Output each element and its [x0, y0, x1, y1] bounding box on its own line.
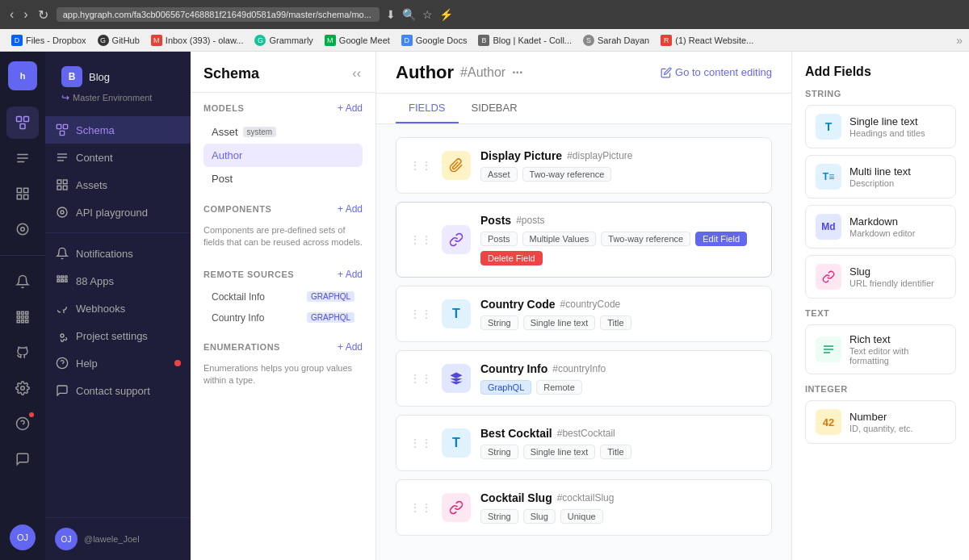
bookmark-react-website[interactable]: R (1) React Website... — [656, 33, 758, 48]
bookmarks-more[interactable]: » — [956, 34, 963, 47]
add-field-icon-single-line: T — [816, 114, 841, 140]
sidebar-nav-schema[interactable]: Schema — [45, 116, 191, 144]
sidebar-nav-apps[interactable]: 88 Apps — [45, 267, 191, 295]
bookmark-label: (1) React Website... — [675, 36, 753, 45]
add-fields-panel: Add Fields STRING T Single line text Hea… — [791, 52, 969, 560]
sidebar-content-label: Content — [76, 152, 113, 164]
bookmark-files-dropbox[interactable]: D Files - Dropbox — [6, 33, 91, 48]
schema-panel-header: Schema ‹‹ — [191, 52, 375, 93]
svg-rect-26 — [60, 131, 64, 135]
drag-handle-posts[interactable]: ⋮⋮ — [409, 233, 432, 246]
sidebar-avatar[interactable]: OJ — [55, 528, 78, 550]
extensions-icon[interactable]: ⚡ — [438, 6, 455, 23]
field-tags-cocktail-slug: String Slug Unique — [480, 509, 758, 524]
search-icon[interactable]: 🔍 — [401, 6, 417, 23]
bookmark-favicon-react: R — [661, 35, 672, 46]
edit-field-button[interactable]: Edit Field — [695, 232, 747, 246]
components-add-button[interactable]: + Add — [338, 203, 363, 215]
sidebar-item-apps[interactable] — [6, 301, 39, 333]
tab-sidebar[interactable]: SIDEBAR — [459, 94, 531, 123]
sidebar-nav-contact-support[interactable]: Contact support — [45, 377, 191, 404]
sidebar-nav-notifications[interactable]: Notifications — [45, 240, 191, 267]
sidebar-nav-api-playground[interactable]: API playground — [45, 199, 191, 226]
nav-divider — [0, 255, 45, 262]
drag-handle-cocktail-slug[interactable]: ⋮⋮ — [409, 501, 432, 514]
field-tag-posts: Posts — [480, 232, 518, 246]
sidebar-item-webhooks[interactable] — [6, 336, 39, 369]
download-icon[interactable]: ⬇ — [384, 6, 397, 23]
delete-field-button[interactable]: Delete Field — [480, 251, 543, 265]
bookmark-blog-kadet[interactable]: B Blog | Kadet - Coll... — [473, 33, 577, 48]
bookmark-google-meet[interactable]: M Google Meet — [320, 33, 395, 48]
drag-handle-best-cocktail[interactable]: ⋮⋮ — [409, 437, 432, 449]
tab-fields[interactable]: FIELDS — [396, 94, 459, 123]
drag-handle-country-code[interactable]: ⋮⋮ — [409, 307, 432, 320]
sidebar-item-help[interactable] — [6, 407, 39, 440]
url-bar[interactable]: app.hygraph.com/fa3cb006567c468881f21649… — [57, 7, 380, 22]
bookmark-github[interactable]: G GitHub — [93, 33, 145, 48]
schema-model-asset[interactable]: Asset system — [203, 120, 363, 144]
sidebar-nav-assets[interactable]: Assets — [45, 171, 191, 199]
schema-panel-title: Schema — [203, 65, 259, 82]
add-field-multi-line-text[interactable]: T≡ Multi line text Description — [805, 155, 956, 199]
sidebar-item-content[interactable] — [6, 142, 39, 174]
sidebar-schema-icon — [55, 123, 69, 136]
sidebar-item-notifications[interactable] — [6, 265, 39, 298]
remote-sources-add-button[interactable]: + Add — [338, 269, 363, 280]
bookmark-grammarly[interactable]: G Grammarly — [250, 33, 317, 48]
bookmark-label: Inbox (393) - olaw... — [166, 36, 244, 45]
add-field-single-line-text[interactable]: T Single line text Headings and titles — [805, 105, 956, 148]
svg-rect-2 — [20, 124, 25, 129]
hygraph-logo[interactable]: h — [8, 61, 37, 90]
model-post-label: Post — [212, 173, 233, 185]
schema-remote-cocktail-info[interactable]: Cocktail Info GRAPHQL — [203, 286, 363, 307]
enumerations-add-button[interactable]: + Add — [338, 341, 363, 353]
left-nav: h — [0, 52, 45, 560]
field-tags-country-code: String Single line text Title — [480, 316, 758, 330]
app-container: h — [0, 52, 969, 560]
sidebar-item-api-playground[interactable] — [6, 213, 39, 245]
field-name-cocktail-slug: Cocktail Slug #cocktailSlug — [480, 491, 758, 504]
schema-model-author[interactable]: Author — [203, 144, 363, 167]
add-field-slug[interactable]: Slug URL friendly identifier — [805, 255, 956, 299]
bookmark-favicon-docs: D — [401, 35, 413, 46]
sidebar-nav-help[interactable]: Help — [45, 349, 191, 377]
bookmark-sarah-dayan[interactable]: S Sarah Dayan — [578, 33, 654, 48]
sidebar-item-project-settings[interactable] — [6, 372, 39, 404]
schema-model-post[interactable]: Post — [203, 167, 363, 190]
enumerations-title: ENUMERATIONS — [203, 342, 280, 352]
models-add-button[interactable]: + Add — [338, 102, 363, 114]
refresh-button[interactable]: ↻ — [35, 6, 52, 24]
sidebar-project-icon: B — [61, 66, 82, 87]
avatar[interactable]: OJ — [10, 524, 36, 550]
field-tag-two-way-ref: Two-way reference — [522, 167, 612, 182]
add-field-markdown[interactable]: Md Markdown Markdown editor — [805, 205, 956, 249]
bookmark-google-docs[interactable]: D Google Docs — [396, 33, 472, 48]
schema-panel: Schema ‹‹ MODELS + Add Asset system Auth… — [191, 52, 376, 560]
back-button[interactable]: ‹ — [6, 6, 17, 23]
drag-handle-display-picture[interactable]: ⋮⋮ — [409, 159, 432, 172]
sidebar-item-assets[interactable] — [6, 178, 39, 210]
schema-collapse-button[interactable]: ‹‹ — [350, 65, 363, 82]
forward-button[interactable]: › — [20, 6, 31, 23]
schema-remote-country-info[interactable]: Country Info GRAPHQL — [203, 307, 363, 328]
bookmark-inbox[interactable]: M Inbox (393) - olaw... — [146, 33, 249, 48]
sidebar-item-schema[interactable] — [6, 107, 39, 139]
add-field-number[interactable]: 42 Number ID, quantity, etc. — [805, 400, 956, 444]
enumerations-description: Enumerations helps you group values with… — [203, 359, 363, 394]
page-title-options[interactable]: ··· — [512, 65, 522, 80]
field-tag-unique-cs: Unique — [560, 509, 603, 524]
go-to-content-button[interactable]: Go to content editing — [661, 66, 772, 78]
remote-sources-header: REMOTE SOURCES + Add — [203, 269, 363, 280]
add-field-icon-rich-text — [816, 336, 841, 362]
drag-handle-country-info[interactable]: ⋮⋮ — [409, 372, 432, 385]
sidebar-nav-webhooks[interactable]: Webhooks — [45, 295, 191, 322]
bookmark-icon[interactable]: ☆ — [421, 6, 434, 23]
add-field-rich-text[interactable]: Rich text Text editor with formatting — [805, 324, 956, 374]
add-field-desc-number: ID, quantity, etc. — [849, 424, 946, 433]
svg-rect-40 — [61, 280, 64, 282]
sidebar-item-contact-support[interactable] — [6, 443, 39, 475]
sidebar-project[interactable]: B Blog — [55, 61, 181, 92]
sidebar-nav-project-settings[interactable]: Project settings — [45, 322, 191, 349]
sidebar-nav-content[interactable]: Content — [45, 144, 191, 171]
